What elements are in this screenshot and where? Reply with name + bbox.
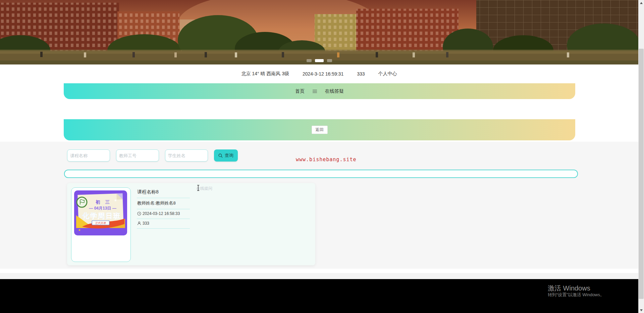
back-button[interactable]: 返回 (312, 126, 328, 134)
carousel-dot[interactable] (307, 59, 312, 62)
course-time-row: 2024-03-12 16:58:33 (137, 209, 190, 219)
cyan-divider-bar (64, 170, 578, 178)
nav-online-qa[interactable]: 在线答疑 (325, 88, 344, 94)
course-panel: 初 三 — 04月13日 — 化学周日班 正式开课 课程名称8 教师姓名:教师姓… (67, 183, 315, 265)
datetime-text: 2024-3-12 16:59:31 (303, 71, 343, 77)
query-button-label: 查询 (225, 152, 233, 159)
sub-toolbar: 返回 (64, 119, 575, 140)
page-bottom-strip (0, 273, 638, 279)
search-icon (218, 153, 223, 158)
campus-banner-image (0, 0, 638, 64)
scroll-up-arrow[interactable] (638, 0, 644, 6)
nav-home[interactable]: 首页 (295, 88, 305, 94)
campus-photo (0, 0, 638, 64)
main-nav: 首页 在线答疑 (64, 83, 575, 99)
username-text: 333 (357, 71, 365, 77)
carousel-dot-active[interactable] (315, 59, 324, 62)
course-card[interactable]: 初 三 — 04月13日 — 化学周日班 正式开课 (71, 187, 131, 262)
search-form: 查询 (67, 149, 238, 162)
windows-activate-title: 激活 Windows (548, 284, 590, 293)
clock-icon (137, 212, 141, 216)
poster-title: 化学周日班 (82, 212, 121, 220)
course-name-input[interactable] (67, 149, 110, 162)
text-cursor (197, 185, 200, 191)
query-button[interactable]: 查询 (214, 149, 238, 162)
poster-badge: 正式开课 (95, 222, 106, 225)
course-info: 课程名称8 教师姓名:教师姓名8 2024-03-12 16:58:33 333 (137, 187, 190, 229)
topbar: 北京 14° 晴 西南风 3级 2024-3-12 16:59:31 333 个… (0, 64, 638, 83)
course-name: 课程名称8 (137, 187, 190, 198)
scrollbar[interactable] (638, 0, 644, 313)
poster-grade: 初 三 (95, 199, 112, 205)
content-bottom-strip (0, 269, 638, 273)
weather-text: 北京 14° 晴 西南风 3级 (241, 71, 289, 77)
footer (0, 279, 638, 313)
scrollbar-thumb[interactable] (639, 49, 644, 299)
course-views-row: 333 (137, 219, 190, 229)
course-teacher: 教师姓名:教师姓名8 (137, 198, 190, 209)
carousel-indicators (0, 59, 638, 62)
poster-date: — 04月13日 — (89, 206, 116, 211)
person-icon (137, 221, 141, 225)
student-name-input[interactable] (165, 149, 208, 162)
site-url-text: www.bishebang.site (296, 156, 357, 163)
page: 北京 14° 晴 西南风 3级 2024-3-12 16:59:31 333 个… (0, 0, 644, 313)
scroll-down-arrow[interactable] (638, 307, 644, 313)
menu-icon[interactable] (313, 90, 317, 93)
carousel-dot[interactable] (327, 59, 332, 62)
teacher-id-input[interactable] (116, 149, 159, 162)
course-poster-image: 初 三 — 04月13日 — 化学周日班 正式开课 (74, 190, 127, 235)
personal-center-link[interactable]: 个人中心 (378, 71, 397, 77)
windows-activate-subtitle: 转到“设置”以激活 Windows。 (548, 292, 604, 298)
course-views: 333 (143, 221, 149, 226)
course-datetime: 2024-03-12 16:58:33 (143, 211, 180, 216)
